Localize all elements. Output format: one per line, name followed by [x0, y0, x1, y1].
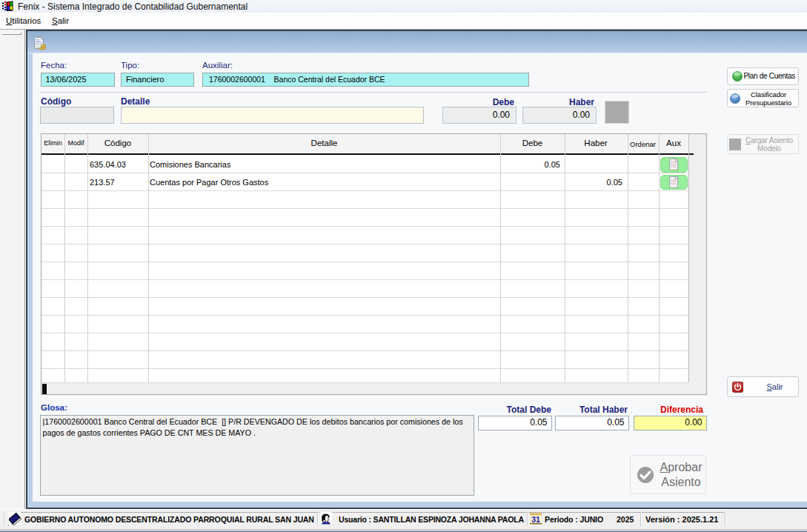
svg-text:31: 31	[531, 515, 540, 524]
